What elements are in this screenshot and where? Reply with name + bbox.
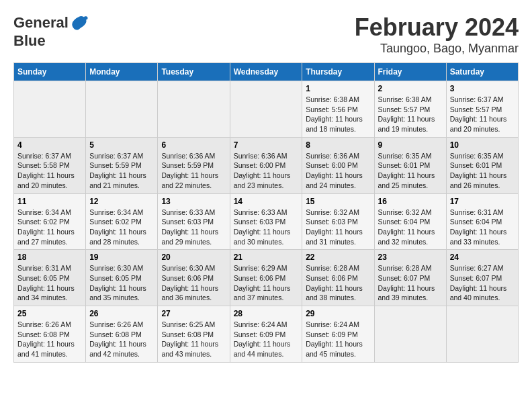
header-day-tuesday: Tuesday bbox=[158, 63, 230, 81]
logo-text-general: General bbox=[13, 14, 69, 32]
calendar-cell: 23Sunrise: 6:28 AMSunset: 6:07 PMDayligh… bbox=[374, 250, 446, 306]
day-number: 21 bbox=[234, 253, 299, 262]
day-info: Sunrise: 6:36 AMSunset: 5:59 PMDaylight:… bbox=[161, 152, 218, 189]
calendar-cell: 11Sunrise: 6:34 AMSunset: 6:02 PMDayligh… bbox=[14, 193, 86, 250]
day-info: Sunrise: 6:35 AMSunset: 6:01 PMDaylight:… bbox=[450, 152, 507, 189]
header-day-thursday: Thursday bbox=[302, 63, 374, 81]
calendar-cell: 20Sunrise: 6:30 AMSunset: 6:06 PMDayligh… bbox=[158, 250, 230, 306]
day-number: 22 bbox=[306, 253, 370, 262]
header-day-sunday: Sunday bbox=[14, 63, 86, 81]
header-day-saturday: Saturday bbox=[446, 63, 518, 81]
calendar-cell: 18Sunrise: 6:31 AMSunset: 6:05 PMDayligh… bbox=[14, 250, 86, 306]
calendar-cell: 15Sunrise: 6:32 AMSunset: 6:03 PMDayligh… bbox=[302, 193, 374, 250]
day-info: Sunrise: 6:34 AMSunset: 6:02 PMDaylight:… bbox=[89, 208, 146, 246]
day-number: 27 bbox=[161, 309, 226, 318]
calendar-cell: 21Sunrise: 6:29 AMSunset: 6:06 PMDayligh… bbox=[230, 250, 302, 306]
day-info: Sunrise: 6:37 AMSunset: 5:57 PMDaylight:… bbox=[450, 95, 507, 133]
title-area: February 2024 Taungoo, Bago, Myanmar bbox=[355, 13, 519, 56]
day-info: Sunrise: 6:31 AMSunset: 6:04 PMDaylight:… bbox=[450, 208, 507, 246]
day-info: Sunrise: 6:28 AMSunset: 6:07 PMDaylight:… bbox=[378, 264, 435, 302]
calendar-cell: 5Sunrise: 6:37 AMSunset: 5:59 PMDaylight… bbox=[86, 137, 158, 193]
logo-bird-icon bbox=[70, 13, 89, 32]
calendar-week-row: 25Sunrise: 6:26 AMSunset: 6:08 PMDayligh… bbox=[14, 306, 519, 363]
day-number: 24 bbox=[450, 253, 515, 262]
header-day-monday: Monday bbox=[86, 63, 158, 81]
calendar-cell: 19Sunrise: 6:30 AMSunset: 6:05 PMDayligh… bbox=[86, 250, 158, 306]
day-info: Sunrise: 6:31 AMSunset: 6:05 PMDaylight:… bbox=[17, 264, 75, 302]
day-number: 14 bbox=[234, 197, 299, 206]
day-number: 4 bbox=[17, 140, 82, 150]
day-info: Sunrise: 6:33 AMSunset: 6:03 PMDaylight:… bbox=[161, 208, 218, 246]
day-number: 5 bbox=[89, 140, 154, 150]
day-number: 2 bbox=[378, 84, 443, 93]
header: General Blue February 2024 Taungoo, Bago… bbox=[13, 13, 519, 56]
day-number: 18 bbox=[17, 253, 82, 262]
day-number: 28 bbox=[234, 309, 299, 318]
day-info: Sunrise: 6:34 AMSunset: 6:02 PMDaylight:… bbox=[17, 208, 75, 246]
day-number: 15 bbox=[306, 197, 370, 206]
day-number: 10 bbox=[450, 140, 515, 150]
day-number: 16 bbox=[378, 197, 443, 206]
logo: General Blue bbox=[13, 13, 89, 50]
day-info: Sunrise: 6:26 AMSunset: 6:08 PMDaylight:… bbox=[17, 320, 75, 358]
calendar-cell: 16Sunrise: 6:32 AMSunset: 6:04 PMDayligh… bbox=[374, 193, 446, 250]
calendar-cell: 10Sunrise: 6:35 AMSunset: 6:01 PMDayligh… bbox=[446, 137, 518, 193]
day-number: 17 bbox=[450, 197, 515, 206]
calendar-week-row: 18Sunrise: 6:31 AMSunset: 6:05 PMDayligh… bbox=[14, 250, 519, 306]
day-info: Sunrise: 6:37 AMSunset: 5:58 PMDaylight:… bbox=[17, 152, 75, 189]
header-day-friday: Friday bbox=[374, 63, 446, 81]
day-info: Sunrise: 6:32 AMSunset: 6:04 PMDaylight:… bbox=[378, 208, 435, 246]
calendar-cell bbox=[374, 306, 446, 363]
calendar-cell: 9Sunrise: 6:35 AMSunset: 6:01 PMDaylight… bbox=[374, 137, 446, 193]
day-info: Sunrise: 6:29 AMSunset: 6:06 PMDaylight:… bbox=[234, 264, 291, 302]
day-number: 3 bbox=[450, 84, 515, 93]
calendar-table: SundayMondayTuesdayWednesdayThursdayFrid… bbox=[13, 62, 519, 363]
calendar-cell: 12Sunrise: 6:34 AMSunset: 6:02 PMDayligh… bbox=[86, 193, 158, 250]
day-number: 8 bbox=[306, 140, 370, 150]
day-info: Sunrise: 6:25 AMSunset: 6:08 PMDaylight:… bbox=[161, 320, 218, 358]
calendar-cell: 29Sunrise: 6:24 AMSunset: 6:09 PMDayligh… bbox=[302, 306, 374, 363]
main-title: February 2024 bbox=[355, 13, 519, 42]
day-number: 29 bbox=[306, 309, 370, 318]
day-info: Sunrise: 6:37 AMSunset: 5:59 PMDaylight:… bbox=[89, 152, 146, 189]
day-info: Sunrise: 6:24 AMSunset: 6:09 PMDaylight:… bbox=[234, 320, 291, 358]
calendar-cell: 25Sunrise: 6:26 AMSunset: 6:08 PMDayligh… bbox=[14, 306, 86, 363]
day-number: 20 bbox=[161, 253, 226, 262]
calendar-week-row: 11Sunrise: 6:34 AMSunset: 6:02 PMDayligh… bbox=[14, 193, 519, 250]
calendar-week-row: 1Sunrise: 6:38 AMSunset: 5:56 PMDaylight… bbox=[14, 81, 519, 138]
calendar-header-row: SundayMondayTuesdayWednesdayThursdayFrid… bbox=[14, 63, 519, 81]
calendar-cell: 7Sunrise: 6:36 AMSunset: 6:00 PMDaylight… bbox=[230, 137, 302, 193]
calendar-cell bbox=[86, 81, 158, 138]
day-info: Sunrise: 6:36 AMSunset: 6:00 PMDaylight:… bbox=[234, 152, 291, 189]
day-info: Sunrise: 6:30 AMSunset: 6:06 PMDaylight:… bbox=[161, 264, 218, 302]
calendar-cell: 28Sunrise: 6:24 AMSunset: 6:09 PMDayligh… bbox=[230, 306, 302, 363]
calendar-cell: 17Sunrise: 6:31 AMSunset: 6:04 PMDayligh… bbox=[446, 193, 518, 250]
day-number: 26 bbox=[89, 309, 154, 318]
header-day-wednesday: Wednesday bbox=[230, 63, 302, 81]
calendar-cell: 22Sunrise: 6:28 AMSunset: 6:06 PMDayligh… bbox=[302, 250, 374, 306]
day-info: Sunrise: 6:27 AMSunset: 6:07 PMDaylight:… bbox=[450, 264, 507, 302]
calendar-cell: 8Sunrise: 6:36 AMSunset: 6:00 PMDaylight… bbox=[302, 137, 374, 193]
calendar-cell: 24Sunrise: 6:27 AMSunset: 6:07 PMDayligh… bbox=[446, 250, 518, 306]
day-number: 12 bbox=[89, 197, 154, 206]
calendar-cell bbox=[14, 81, 86, 138]
day-info: Sunrise: 6:35 AMSunset: 6:01 PMDaylight:… bbox=[378, 152, 435, 189]
calendar-cell: 6Sunrise: 6:36 AMSunset: 5:59 PMDaylight… bbox=[158, 137, 230, 193]
day-info: Sunrise: 6:32 AMSunset: 6:03 PMDaylight:… bbox=[306, 208, 363, 246]
day-number: 19 bbox=[89, 253, 154, 262]
logo-text-blue: Blue bbox=[13, 32, 46, 50]
subtitle: Taungoo, Bago, Myanmar bbox=[355, 42, 519, 56]
day-info: Sunrise: 6:24 AMSunset: 6:09 PMDaylight:… bbox=[306, 320, 363, 358]
day-info: Sunrise: 6:28 AMSunset: 6:06 PMDaylight:… bbox=[306, 264, 363, 302]
calendar-cell: 1Sunrise: 6:38 AMSunset: 5:56 PMDaylight… bbox=[302, 81, 374, 138]
calendar-cell: 27Sunrise: 6:25 AMSunset: 6:08 PMDayligh… bbox=[158, 306, 230, 363]
calendar-cell: 26Sunrise: 6:26 AMSunset: 6:08 PMDayligh… bbox=[86, 306, 158, 363]
calendar-cell bbox=[230, 81, 302, 138]
calendar-cell bbox=[446, 306, 518, 363]
calendar-week-row: 4Sunrise: 6:37 AMSunset: 5:58 PMDaylight… bbox=[14, 137, 519, 193]
day-info: Sunrise: 6:38 AMSunset: 5:56 PMDaylight:… bbox=[306, 95, 363, 133]
calendar-cell: 3Sunrise: 6:37 AMSunset: 5:57 PMDaylight… bbox=[446, 81, 518, 138]
calendar-cell: 14Sunrise: 6:33 AMSunset: 6:03 PMDayligh… bbox=[230, 193, 302, 250]
day-number: 9 bbox=[378, 140, 443, 150]
day-info: Sunrise: 6:38 AMSunset: 5:57 PMDaylight:… bbox=[378, 95, 435, 133]
